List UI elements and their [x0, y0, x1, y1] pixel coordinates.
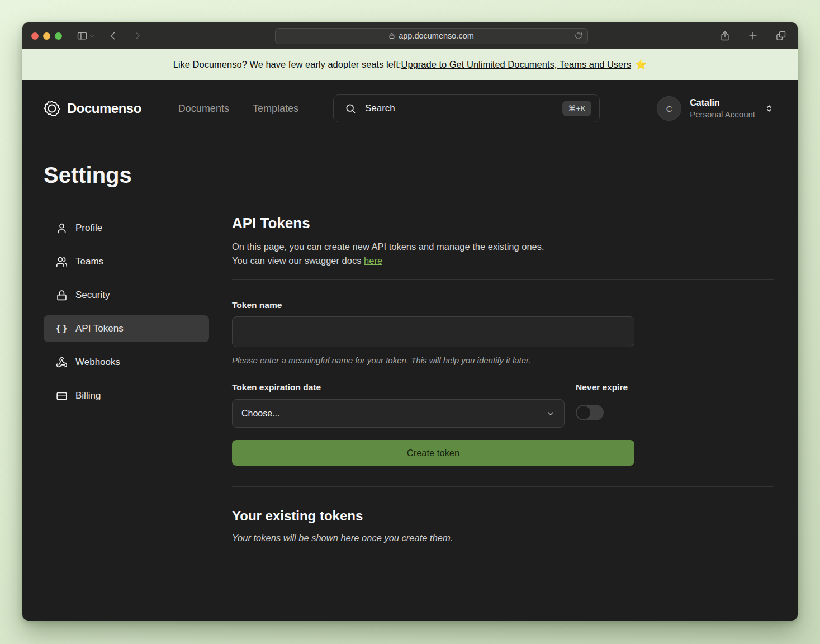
sidebar-item-label: Billing [75, 390, 101, 401]
browser-window: app.documenso.com Like Documenso? We hav… [22, 22, 798, 621]
settings-sidebar: Profile Teams Security { } API Tokens We… [44, 215, 209, 543]
credit-card-icon [56, 390, 68, 402]
refresh-icon[interactable] [575, 32, 582, 40]
swagger-docs-link[interactable]: here [364, 255, 382, 266]
expiration-select[interactable]: Choose... [232, 399, 565, 428]
sidebar-item-api-tokens[interactable]: { } API Tokens [44, 315, 209, 342]
sidebar-item-billing[interactable]: Billing [44, 382, 209, 409]
avatar: C [657, 96, 681, 121]
never-expire-label: Never expire [576, 382, 634, 392]
promo-banner: Like Documenso? We have few early adopte… [22, 49, 798, 80]
divider [232, 279, 774, 280]
back-icon[interactable] [105, 28, 121, 44]
user-icon [56, 222, 68, 234]
share-icon[interactable] [717, 28, 733, 44]
brand[interactable]: Documenso [44, 100, 141, 117]
expiration-selected-value: Choose... [241, 409, 279, 419]
users-icon [56, 256, 68, 268]
nav-documents[interactable]: Documents [178, 103, 229, 115]
tab-overview-icon[interactable] [773, 28, 789, 44]
zoom-window-button[interactable] [55, 32, 62, 40]
traffic-lights [31, 32, 62, 40]
app-content: Documenso Documents Templates Search ⌘+K… [22, 80, 798, 621]
search-shortcut-badge: ⌘+K [562, 101, 591, 116]
existing-tokens-heading: Your existing tokens [232, 508, 774, 524]
sidebar-item-profile[interactable]: Profile [44, 215, 209, 242]
token-name-input[interactable] [232, 316, 634, 347]
minimize-window-button[interactable] [43, 32, 50, 40]
app-header: Documenso Documents Templates Search ⌘+K… [44, 91, 774, 126]
sidebar-item-label: Security [75, 290, 110, 301]
search-input[interactable]: Search ⌘+K [333, 94, 600, 122]
sidebar-item-teams[interactable]: Teams [44, 248, 209, 275]
token-name-label: Token name [232, 300, 634, 310]
sidebar-toggle-icon[interactable] [74, 28, 97, 44]
forward-icon [130, 28, 145, 44]
braces-icon: { } [56, 323, 68, 334]
sidebar-item-security[interactable]: Security [44, 282, 209, 309]
address-bar[interactable]: app.documenso.com [275, 28, 588, 44]
search-icon [345, 103, 356, 114]
star-icon: ⭐ [635, 59, 647, 70]
chevrons-up-down-icon [764, 103, 774, 113]
existing-tokens-empty-text: Your tokens will be shown here once you … [232, 533, 774, 543]
account-type: Personal Account [690, 109, 755, 120]
close-window-button[interactable] [31, 32, 39, 40]
new-tab-icon[interactable] [745, 28, 761, 44]
divider [232, 486, 774, 487]
page-title: Settings [44, 163, 774, 188]
expiration-label: Token expiration date [232, 382, 565, 392]
sidebar-item-label: API Tokens [75, 323, 124, 334]
url-text: app.documenso.com [399, 31, 474, 40]
panel-heading: API Tokens [232, 215, 774, 232]
banner-text: Like Documenso? We have few early adopte… [173, 59, 401, 70]
token-name-helper: Please enter a meaningful name for your … [232, 356, 634, 365]
webhook-icon [56, 357, 68, 368]
sidebar-item-label: Webhooks [75, 357, 120, 368]
account-menu[interactable]: C Catalin Personal Account [657, 96, 774, 121]
main-nav: Documents Templates [178, 103, 298, 115]
browser-toolbar: app.documenso.com [22, 22, 798, 49]
upgrade-link[interactable]: Upgrade to Get Unlimited Documents, Team… [401, 59, 631, 70]
never-expire-toggle[interactable] [576, 405, 604, 420]
description-line2: You can view our swagger docs [232, 255, 364, 266]
search-label: Search [365, 103, 395, 114]
brand-name: Documenso [67, 101, 141, 116]
description-line1: On this page, you can create new API tok… [232, 242, 544, 252]
nav-templates[interactable]: Templates [253, 103, 298, 115]
lock-icon [56, 290, 68, 301]
sidebar-item-webhooks[interactable]: Webhooks [44, 349, 209, 376]
sidebar-item-label: Teams [75, 256, 103, 267]
api-tokens-panel: API Tokens On this page, you can create … [232, 215, 774, 543]
chevron-down-icon [546, 409, 555, 418]
sidebar-item-label: Profile [75, 222, 102, 234]
documenso-logo-icon [44, 100, 60, 117]
account-name: Catalin [690, 97, 755, 109]
create-token-button[interactable]: Create token [232, 440, 634, 466]
lock-icon [388, 32, 395, 39]
toggle-knob [577, 406, 590, 419]
panel-description: On this page, you can create new API tok… [232, 240, 774, 268]
